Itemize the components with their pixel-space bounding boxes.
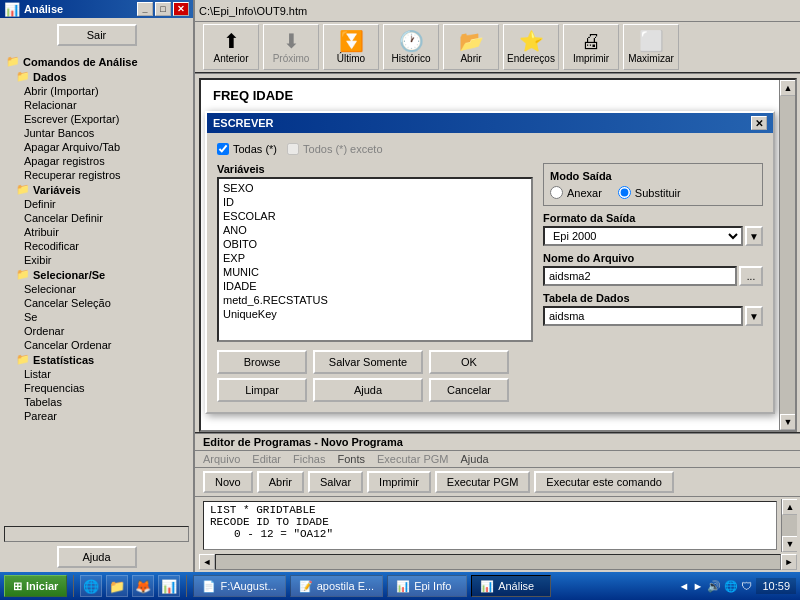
tree-item-abrir[interactable]: Abrir (Importar) bbox=[2, 84, 191, 98]
tree-item-cancelar-ord[interactable]: Cancelar Ordenar bbox=[2, 338, 191, 352]
tree-item-listar[interactable]: Listar bbox=[2, 367, 191, 381]
tree-item-escrever[interactable]: Escrever (Exportar) bbox=[2, 112, 191, 126]
editor-scrollbar[interactable]: ▲ ▼ bbox=[781, 499, 797, 552]
taskbar-app-icon[interactable]: 📊 bbox=[158, 575, 180, 597]
editor-menu-executar-pgm[interactable]: Executar PGM bbox=[377, 453, 449, 465]
todas-checkbox[interactable] bbox=[217, 143, 229, 155]
modal-close-button[interactable]: ✕ bbox=[751, 116, 767, 130]
anexar-radio-label[interactable]: Anexar bbox=[550, 186, 602, 199]
todos-exceto-checkbox-label[interactable]: Todos (*) exceto bbox=[287, 143, 382, 155]
browse-button[interactable]: Browse bbox=[217, 350, 307, 374]
tree-group-selecionar[interactable]: 📁 Selecionar/Se bbox=[2, 267, 191, 282]
editor-scroll-right[interactable]: ► bbox=[781, 554, 797, 570]
taskbar-browser-icon[interactable]: 🦊 bbox=[132, 575, 154, 597]
var-item-obito[interactable]: OBITO bbox=[221, 237, 529, 251]
editor-menu-ajuda[interactable]: Ajuda bbox=[461, 453, 489, 465]
ajuda-button[interactable]: Ajuda bbox=[57, 546, 137, 568]
tree-item-tabelas[interactable]: Tabelas bbox=[2, 395, 191, 409]
tabela-dados-dropdown-arrow[interactable]: ▼ bbox=[745, 306, 763, 326]
var-item-idade[interactable]: IDADE bbox=[221, 279, 529, 293]
editor-menu-fonts[interactable]: Fonts bbox=[337, 453, 365, 465]
tabela-dados-input[interactable] bbox=[543, 306, 743, 326]
nome-arquivo-input[interactable] bbox=[543, 266, 737, 286]
tree-item-selecionar[interactable]: Selecionar bbox=[2, 282, 191, 296]
tree-item-se[interactable]: Se bbox=[2, 310, 191, 324]
tree-item-exibir[interactable]: Exibir bbox=[2, 253, 191, 267]
todos-exceto-checkbox[interactable] bbox=[287, 143, 299, 155]
editor-menu-fichas[interactable]: Fichas bbox=[293, 453, 325, 465]
editor-menu-editar[interactable]: Editar bbox=[252, 453, 281, 465]
restore-button[interactable]: □ bbox=[155, 2, 171, 16]
tree-item-recuperar[interactable]: Recuperar registros bbox=[2, 168, 191, 182]
editor-h-scrollbar[interactable] bbox=[215, 554, 781, 570]
tree-item-apagar-reg[interactable]: Apagar registros bbox=[2, 154, 191, 168]
editor-scroll-track[interactable] bbox=[782, 515, 797, 536]
var-item-exp[interactable]: EXP bbox=[221, 251, 529, 265]
tree-item-juntar[interactable]: Juntar Bancos bbox=[2, 126, 191, 140]
editor-executar-comando-button[interactable]: Executar este comando bbox=[534, 471, 674, 493]
substituir-radio[interactable] bbox=[618, 186, 631, 199]
var-item-ano[interactable]: ANO bbox=[221, 223, 529, 237]
tree-item-definir[interactable]: Definir bbox=[2, 197, 191, 211]
editor-executar-pgm-button[interactable]: Executar PGM bbox=[435, 471, 531, 493]
taskbar-folder-icon[interactable]: 📁 bbox=[106, 575, 128, 597]
formato-dropdown-arrow[interactable]: ▼ bbox=[745, 226, 763, 246]
editor-abrir-button[interactable]: Abrir bbox=[257, 471, 304, 493]
close-button[interactable]: ✕ bbox=[173, 2, 189, 16]
taskbar-app-btn-2[interactable]: 📝 apostila E... bbox=[290, 575, 383, 597]
tree-item-recodificar[interactable]: Recodificar bbox=[2, 239, 191, 253]
limpar-button[interactable]: Limpar bbox=[217, 378, 307, 402]
tree-group-estatisticas[interactable]: 📁 Estatísticas bbox=[2, 352, 191, 367]
taskbar-app-btn-4[interactable]: 📊 Análise bbox=[471, 575, 551, 597]
ajuda-modal-button[interactable]: Ajuda bbox=[313, 378, 423, 402]
sair-button[interactable]: Sair bbox=[57, 24, 137, 46]
ultimo-button[interactable]: ⏬ Último bbox=[323, 24, 379, 70]
tree-item-frequencias[interactable]: Frequencias bbox=[2, 381, 191, 395]
horizontal-scrollbar[interactable] bbox=[4, 526, 189, 542]
tree-group-dados[interactable]: 📁 Dados bbox=[2, 69, 191, 84]
content-scrollbar[interactable]: ▲ ▼ bbox=[779, 80, 795, 430]
tree-item-relacionar[interactable]: Relacionar bbox=[2, 98, 191, 112]
var-item-sexo[interactable]: SEXO bbox=[221, 181, 529, 195]
tree-item-parear[interactable]: Parear bbox=[2, 409, 191, 423]
scroll-up-arrow[interactable]: ▲ bbox=[780, 80, 796, 96]
scroll-track[interactable] bbox=[780, 96, 795, 414]
abrir-button[interactable]: 📂 Abrir bbox=[443, 24, 499, 70]
editor-scroll-left[interactable]: ◄ bbox=[199, 554, 215, 570]
editor-imprimir-button[interactable]: Imprimir bbox=[367, 471, 431, 493]
taskbar-ie-icon[interactable]: 🌐 bbox=[80, 575, 102, 597]
imprimir-button[interactable]: 🖨 Imprimir bbox=[563, 24, 619, 70]
salvar-somente-button[interactable]: Salvar Somente bbox=[313, 350, 423, 374]
tree-item-cancelar-sel[interactable]: Cancelar Seleção bbox=[2, 296, 191, 310]
tree-item-cancelar-def[interactable]: Cancelar Definir bbox=[2, 211, 191, 225]
start-button[interactable]: ⊞ Iniciar bbox=[4, 575, 67, 597]
var-item-metd[interactable]: metd_6.RECSTATUS bbox=[221, 293, 529, 307]
ok-button[interactable]: OK bbox=[429, 350, 509, 374]
editor-salvar-button[interactable]: Salvar bbox=[308, 471, 363, 493]
tree-item-atribuir[interactable]: Atribuir bbox=[2, 225, 191, 239]
editor-scroll-down[interactable]: ▼ bbox=[782, 536, 797, 552]
variables-list[interactable]: SEXO ID ESCOLAR ANO OBITO EXP MUNIC IDAD… bbox=[217, 177, 533, 342]
todas-checkbox-label[interactable]: Todas (*) bbox=[217, 143, 277, 155]
anexar-radio[interactable] bbox=[550, 186, 563, 199]
var-item-id[interactable]: ID bbox=[221, 195, 529, 209]
enderecos-button[interactable]: ⭐ Endereços bbox=[503, 24, 559, 70]
proximo-button[interactable]: ⬇ Próximo bbox=[263, 24, 319, 70]
anterior-button[interactable]: ⬆ Anterior bbox=[203, 24, 259, 70]
formato-dropdown[interactable]: Epi 2000 bbox=[543, 226, 743, 246]
cancelar-button[interactable]: Cancelar bbox=[429, 378, 509, 402]
substituir-radio-label[interactable]: Substituir bbox=[618, 186, 681, 199]
var-item-munic[interactable]: MUNIC bbox=[221, 265, 529, 279]
editor-code-area[interactable]: LIST * GRIDTABLE RECODE ID TO IDADE 0 - … bbox=[203, 501, 777, 550]
tree-group-variaveis[interactable]: 📁 Variáveis bbox=[2, 182, 191, 197]
tree-item-apagar-arq[interactable]: Apagar Arquivo/Tab bbox=[2, 140, 191, 154]
minimize-button[interactable]: _ bbox=[137, 2, 153, 16]
tree-item-ordenar[interactable]: Ordenar bbox=[2, 324, 191, 338]
var-item-uniquekey[interactable]: UniqueKey bbox=[221, 307, 529, 321]
editor-novo-button[interactable]: Novo bbox=[203, 471, 253, 493]
taskbar-nav-arrows[interactable]: ◄ ► bbox=[679, 580, 704, 592]
historico-button[interactable]: 🕐 Histórico bbox=[383, 24, 439, 70]
var-item-escolar[interactable]: ESCOLAR bbox=[221, 209, 529, 223]
taskbar-app-btn-1[interactable]: 📄 F:\August... bbox=[193, 575, 285, 597]
editor-menu-arquivo[interactable]: Arquivo bbox=[203, 453, 240, 465]
